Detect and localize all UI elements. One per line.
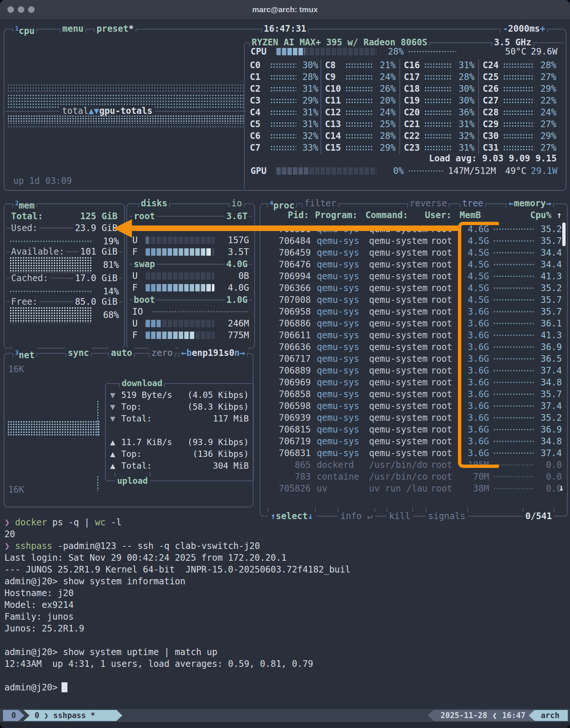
col-cpu[interactable]: Cpu% xyxy=(528,210,552,220)
proc-program: qemu-sys xyxy=(317,236,367,246)
proc-command: qemu-system xyxy=(369,389,431,399)
net-sync-button[interactable]: sync xyxy=(65,347,92,358)
core-row: C821% xyxy=(325,59,396,71)
net-auto-button[interactable]: auto xyxy=(108,347,135,358)
reverse-button[interactable]: reverse xyxy=(407,198,450,209)
signals-button[interactable]: signals xyxy=(426,511,468,522)
process-row[interactable]: 706611 qemu-sys qemu-system root 3.6G 41… xyxy=(266,329,562,341)
filter-button[interactable]: filter xyxy=(302,198,339,209)
up-arrow-icon: ▲ xyxy=(110,461,121,470)
shell-prompt-line[interactable]: admin@j20> xyxy=(4,682,567,693)
core-pct: 28% xyxy=(537,60,556,70)
process-row[interactable]: 706858 qemu-sys qemu-system root 3.6G 35… xyxy=(266,388,562,400)
proc-cpu: 34.4 xyxy=(538,248,562,258)
proc-program: qemu-sys xyxy=(317,448,367,458)
core-label: C21 xyxy=(404,119,424,129)
net-scale-bottom: 16K xyxy=(8,485,24,494)
process-row[interactable]: 706598 qemu-sys qemu-system root 3.6G 37… xyxy=(266,400,562,412)
process-row[interactable]: 706958 qemu-sys qemu-system root 3.6G 35… xyxy=(266,306,562,318)
proc-user: root xyxy=(431,424,461,435)
proc-program: containe xyxy=(317,472,367,482)
col-memb[interactable]: MemB xyxy=(454,210,481,220)
gpu-graph xyxy=(408,169,444,173)
disk-boot-io-row: IO xyxy=(132,307,249,316)
proc-cpu: 35.2 xyxy=(538,283,562,293)
core-pct: 28% xyxy=(299,72,318,82)
process-row[interactable]: 706886 qemu-sys qemu-system root 3.6G 36… xyxy=(266,318,562,329)
preset-button[interactable]: preset* xyxy=(94,23,136,34)
net-zero-button[interactable]: zero xyxy=(149,347,175,358)
process-row[interactable]: 706815 qemu-sys qemu-system root 3.6G 36… xyxy=(266,424,562,435)
process-row[interactable]: 706969 qemu-sys qemu-system root 3.6G 34… xyxy=(266,377,562,388)
select-down-icon[interactable]: ↓ xyxy=(308,511,313,521)
menu-button[interactable]: menu xyxy=(60,23,86,34)
graph-mode-arrows: ▲▼ xyxy=(88,106,99,116)
mem-used-pct: 19% xyxy=(92,236,119,246)
tmux-window-tab[interactable]: 0 ❯ sshpass * xyxy=(24,710,122,721)
cpu-graph-mode[interactable]: total▲▼gpu-totals xyxy=(60,106,155,116)
core-label: C9 xyxy=(325,72,346,82)
scroll-more-icon[interactable]: ↓ xyxy=(559,483,564,493)
core-label: C25 xyxy=(483,72,503,82)
process-row[interactable]: 706889 qemu-sys qemu-system root 3.6G 37… xyxy=(266,365,562,377)
col-command[interactable]: Command: xyxy=(366,210,425,220)
disk-root-used-meter xyxy=(146,237,214,244)
process-row[interactable]: 706459 qemu-sys qemu-system root 4.5G 34… xyxy=(266,247,562,259)
info-button[interactable]: info ↵ xyxy=(338,511,375,522)
mem-used-graph-row: 19% xyxy=(10,237,119,246)
disks-box-label[interactable]: disks xyxy=(138,198,170,209)
process-row[interactable]: 706366 qemu-sys qemu-system root 4.5G 35… xyxy=(266,282,562,294)
process-row[interactable]: 706476 qemu-sys qemu-system root 4.5G 34… xyxy=(266,259,562,270)
process-row[interactable]: 706831 qemu-sys qemu-system root 3.6G 37… xyxy=(266,447,562,459)
mem-cached-row: Cached:17.0 GiB xyxy=(10,273,119,283)
proc-cpu-graph xyxy=(493,428,534,431)
process-row[interactable]: 706719 qemu-sys qemu-system root 3.6G 34… xyxy=(266,435,562,447)
col-pid[interactable]: Pid: xyxy=(266,210,309,220)
iface-prev-button[interactable]: ←b xyxy=(181,348,192,358)
proc-scrollbar[interactable] xyxy=(562,223,566,246)
kill-button[interactable]: kill xyxy=(387,511,413,522)
process-row[interactable]: 865 dockerd /usr/bin/do root 105M 0.0 xyxy=(266,459,562,471)
proc-pid: 706636 xyxy=(266,342,311,352)
core-pct: 31% xyxy=(455,60,475,70)
proc-rows-dim: 865 dockerd /usr/bin/do root 105M 0.0 78… xyxy=(266,459,562,494)
core-label: C8 xyxy=(325,60,346,70)
core-label: C5 xyxy=(250,119,270,129)
col-program[interactable]: Program: xyxy=(315,210,364,220)
process-row[interactable]: 706717 qemu-sys qemu-system root 3.6G 36… xyxy=(266,353,562,365)
col-user[interactable]: User: xyxy=(425,210,454,220)
select-control[interactable]: ↑select↓ xyxy=(268,511,316,522)
proc-cpu-graph xyxy=(493,275,534,278)
process-row[interactable]: 707008 qemu-sys qemu-system root 4.5G 35… xyxy=(266,294,562,306)
sort-direction-icon[interactable]: ↑ xyxy=(552,210,562,220)
process-row[interactable]: 706636 qemu-sys qemu-system root 3.6G 36… xyxy=(266,341,562,353)
tmux-session-badge[interactable]: 0 xyxy=(3,710,24,721)
shell-line: ❯ sshpass -padmin@123 -- ssh -q clab-vsw… xyxy=(4,540,567,552)
io-mode-button[interactable]: io xyxy=(229,198,245,209)
process-row[interactable]: 706484 qemu-sys qemu-system root 4.5G 35… xyxy=(266,235,562,247)
core-pct: 29% xyxy=(377,143,396,153)
sort-next-button[interactable]: → xyxy=(546,198,551,209)
sort-prev-button[interactable]: ← xyxy=(508,198,514,209)
select-up-icon[interactable]: ↑ xyxy=(270,511,276,521)
interval-decrease-button[interactable]: - xyxy=(503,24,508,34)
proc-program: qemu-sys xyxy=(317,295,367,305)
proc-pid: 706366 xyxy=(266,283,311,293)
core-row: C329% xyxy=(250,95,318,106)
proc-user: root xyxy=(431,259,461,270)
process-row[interactable]: 706994 qemu-sys qemu-system root 4.5G 41… xyxy=(266,270,562,282)
process-row[interactable]: 783 containe /usr/bin/co root 70M 0.0 xyxy=(266,471,562,483)
sort-column: memory xyxy=(514,198,546,209)
gpu-label: GPU xyxy=(251,166,272,176)
core-row: C2527% xyxy=(483,71,556,83)
net-box-label: 3net xyxy=(13,347,37,358)
tree-button[interactable]: tree xyxy=(459,198,486,209)
prompt-icon: ❯ xyxy=(4,541,15,551)
core-graph xyxy=(270,74,296,80)
process-row[interactable]: 706939 qemu-sys qemu-system root 3.6G 35… xyxy=(266,412,562,424)
interval-increase-button[interactable]: + xyxy=(540,24,545,34)
iface-next-button[interactable]: n→ xyxy=(234,348,245,358)
core-pct: 24% xyxy=(377,72,396,82)
core-label: C4 xyxy=(250,107,270,118)
process-row[interactable]: 705826 uv uv run /lau root 38M 0.0 xyxy=(266,483,562,494)
